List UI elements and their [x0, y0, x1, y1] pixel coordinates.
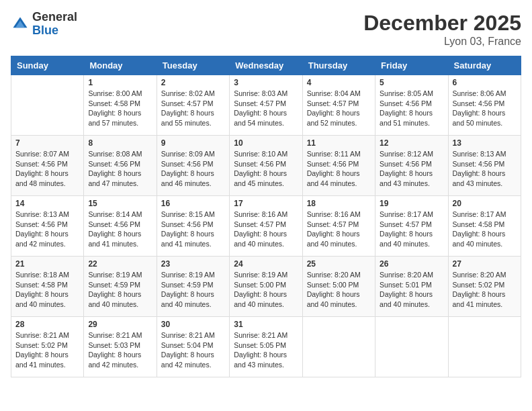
day-number: 16	[161, 199, 225, 208]
table-cell: 29Sunrise: 8:21 AM Sunset: 5:03 PM Dayli…	[84, 317, 157, 377]
table-cell: 19Sunrise: 8:17 AM Sunset: 4:57 PM Dayli…	[375, 196, 448, 257]
logo-blue-text: Blue	[32, 24, 58, 37]
day-number: 6	[453, 78, 517, 87]
table-cell: 28Sunrise: 8:21 AM Sunset: 5:02 PM Dayli…	[11, 317, 84, 377]
day-number: 30	[161, 320, 225, 329]
table-cell	[375, 317, 448, 377]
day-info: Sunrise: 8:05 AM Sunset: 4:56 PM Dayligh…	[380, 89, 443, 128]
day-number: 7	[15, 138, 79, 148]
table-cell: 11Sunrise: 8:11 AM Sunset: 4:56 PM Dayli…	[302, 136, 375, 196]
table-cell: 2Sunrise: 8:02 AM Sunset: 4:57 PM Daylig…	[157, 75, 229, 136]
day-info: Sunrise: 8:00 AM Sunset: 4:58 PM Dayligh…	[88, 89, 152, 128]
day-info: Sunrise: 8:20 AM Sunset: 5:02 PM Dayligh…	[453, 270, 517, 310]
day-number: 4	[307, 78, 371, 87]
logo-general-text: General	[32, 10, 77, 24]
table-cell: 23Sunrise: 8:19 AM Sunset: 4:59 PM Dayli…	[157, 257, 229, 317]
day-number: 18	[307, 199, 371, 208]
day-info: Sunrise: 8:12 AM Sunset: 4:56 PM Dayligh…	[380, 149, 443, 189]
day-info: Sunrise: 8:16 AM Sunset: 4:57 PM Dayligh…	[307, 210, 371, 249]
day-info: Sunrise: 8:20 AM Sunset: 5:01 PM Dayligh…	[380, 270, 443, 310]
day-number: 26	[380, 259, 443, 269]
day-info: Sunrise: 8:10 AM Sunset: 4:56 PM Dayligh…	[234, 149, 298, 189]
day-number: 10	[234, 138, 298, 148]
day-info: Sunrise: 8:13 AM Sunset: 4:56 PM Dayligh…	[453, 149, 517, 189]
day-number: 20	[453, 199, 517, 208]
table-cell: 10Sunrise: 8:10 AM Sunset: 4:56 PM Dayli…	[230, 136, 302, 196]
day-number: 31	[234, 320, 298, 329]
day-info: Sunrise: 8:21 AM Sunset: 5:05 PM Dayligh…	[234, 330, 298, 370]
day-number: 11	[307, 138, 371, 148]
logo: General Blue	[11, 11, 77, 38]
table-cell: 22Sunrise: 8:19 AM Sunset: 4:59 PM Dayli…	[84, 257, 157, 317]
week-row-2: 7Sunrise: 8:07 AM Sunset: 4:56 PM Daylig…	[11, 136, 521, 196]
table-cell	[11, 75, 84, 136]
table-cell: 27Sunrise: 8:20 AM Sunset: 5:02 PM Dayli…	[448, 257, 521, 317]
day-number: 17	[234, 199, 298, 208]
day-number: 12	[380, 138, 443, 148]
location-text: Lyon 03, France	[363, 36, 521, 48]
calendar-table: Sunday Monday Tuesday Wednesday Thursday…	[11, 56, 521, 377]
weekday-header-row: Sunday Monday Tuesday Wednesday Thursday…	[11, 56, 521, 75]
day-info: Sunrise: 8:18 AM Sunset: 4:58 PM Dayligh…	[15, 270, 79, 310]
table-cell: 31Sunrise: 8:21 AM Sunset: 5:05 PM Dayli…	[230, 317, 302, 377]
table-cell	[448, 317, 521, 377]
month-title: December 2025	[363, 11, 521, 36]
header-wednesday: Wednesday	[230, 56, 302, 75]
day-info: Sunrise: 8:03 AM Sunset: 4:57 PM Dayligh…	[234, 89, 298, 128]
table-cell: 8Sunrise: 8:08 AM Sunset: 4:56 PM Daylig…	[84, 136, 157, 196]
table-cell: 17Sunrise: 8:16 AM Sunset: 4:57 PM Dayli…	[230, 196, 302, 257]
header-sunday: Sunday	[11, 56, 84, 75]
day-info: Sunrise: 8:21 AM Sunset: 5:03 PM Dayligh…	[88, 330, 152, 370]
logo-icon	[11, 15, 30, 34]
day-number: 19	[380, 199, 443, 208]
day-info: Sunrise: 8:07 AM Sunset: 4:56 PM Dayligh…	[15, 149, 79, 189]
day-info: Sunrise: 8:15 AM Sunset: 4:56 PM Dayligh…	[161, 210, 225, 249]
table-cell: 18Sunrise: 8:16 AM Sunset: 4:57 PM Dayli…	[302, 196, 375, 257]
day-number: 14	[15, 199, 79, 208]
day-info: Sunrise: 8:16 AM Sunset: 4:57 PM Dayligh…	[234, 210, 298, 249]
day-number: 24	[234, 259, 298, 269]
day-number: 2	[161, 78, 225, 87]
table-cell: 26Sunrise: 8:20 AM Sunset: 5:01 PM Dayli…	[375, 257, 448, 317]
day-number: 23	[161, 259, 225, 269]
day-number: 27	[453, 259, 517, 269]
day-info: Sunrise: 8:08 AM Sunset: 4:56 PM Dayligh…	[88, 149, 152, 189]
day-info: Sunrise: 8:06 AM Sunset: 4:56 PM Dayligh…	[453, 89, 517, 128]
day-info: Sunrise: 8:09 AM Sunset: 4:56 PM Dayligh…	[161, 149, 225, 189]
week-row-1: 1Sunrise: 8:00 AM Sunset: 4:58 PM Daylig…	[11, 75, 521, 136]
table-cell: 30Sunrise: 8:21 AM Sunset: 5:04 PM Dayli…	[157, 317, 229, 377]
day-info: Sunrise: 8:13 AM Sunset: 4:56 PM Dayligh…	[15, 210, 79, 249]
day-number: 25	[307, 259, 371, 269]
table-cell: 16Sunrise: 8:15 AM Sunset: 4:56 PM Dayli…	[157, 196, 229, 257]
day-info: Sunrise: 8:14 AM Sunset: 4:56 PM Dayligh…	[88, 210, 152, 249]
day-number: 28	[15, 320, 79, 329]
day-info: Sunrise: 8:11 AM Sunset: 4:56 PM Dayligh…	[307, 149, 371, 189]
day-info: Sunrise: 8:04 AM Sunset: 4:57 PM Dayligh…	[307, 89, 371, 128]
day-number: 29	[88, 320, 152, 329]
day-info: Sunrise: 8:20 AM Sunset: 5:00 PM Dayligh…	[307, 270, 371, 310]
day-number: 8	[88, 138, 152, 148]
header-tuesday: Tuesday	[157, 56, 229, 75]
table-cell: 21Sunrise: 8:18 AM Sunset: 4:58 PM Dayli…	[11, 257, 84, 317]
day-info: Sunrise: 8:02 AM Sunset: 4:57 PM Dayligh…	[161, 89, 225, 128]
day-info: Sunrise: 8:19 AM Sunset: 5:00 PM Dayligh…	[234, 270, 298, 310]
day-number: 1	[88, 78, 152, 87]
day-number: 22	[88, 259, 152, 269]
week-row-3: 14Sunrise: 8:13 AM Sunset: 4:56 PM Dayli…	[11, 196, 521, 257]
header-monday: Monday	[84, 56, 157, 75]
table-cell: 5Sunrise: 8:05 AM Sunset: 4:56 PM Daylig…	[375, 75, 448, 136]
table-cell: 15Sunrise: 8:14 AM Sunset: 4:56 PM Dayli…	[84, 196, 157, 257]
table-cell: 6Sunrise: 8:06 AM Sunset: 4:56 PM Daylig…	[448, 75, 521, 136]
table-cell: 7Sunrise: 8:07 AM Sunset: 4:56 PM Daylig…	[11, 136, 84, 196]
header-saturday: Saturday	[448, 56, 521, 75]
day-number: 13	[453, 138, 517, 148]
table-cell: 9Sunrise: 8:09 AM Sunset: 4:56 PM Daylig…	[157, 136, 229, 196]
header-thursday: Thursday	[302, 56, 375, 75]
header-friday: Friday	[375, 56, 448, 75]
table-cell: 20Sunrise: 8:17 AM Sunset: 4:58 PM Dayli…	[448, 196, 521, 257]
table-cell: 14Sunrise: 8:13 AM Sunset: 4:56 PM Dayli…	[11, 196, 84, 257]
table-cell: 3Sunrise: 8:03 AM Sunset: 4:57 PM Daylig…	[230, 75, 302, 136]
day-number: 9	[161, 138, 225, 148]
day-info: Sunrise: 8:17 AM Sunset: 4:57 PM Dayligh…	[380, 210, 443, 249]
day-number: 3	[234, 78, 298, 87]
